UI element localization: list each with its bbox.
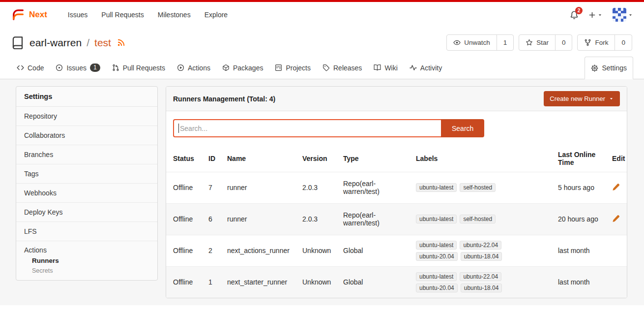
- star-icon: [526, 39, 533, 46]
- tab-wiki[interactable]: Wiki: [368, 57, 403, 79]
- tab-projects[interactable]: Projects: [269, 57, 317, 79]
- repo-separator: /: [87, 37, 89, 49]
- label-chip: ubuntu-latest: [416, 272, 457, 281]
- tab-actions-label: Actions: [188, 64, 210, 72]
- runner-id: 1: [205, 266, 224, 298]
- search-input[interactable]: [173, 119, 441, 137]
- package-icon: [222, 64, 230, 71]
- tab-activity[interactable]: Activity: [404, 57, 448, 79]
- sidebar-item-deploy-keys[interactable]: Deploy Keys: [16, 203, 157, 222]
- home-link[interactable]: Next: [11, 7, 47, 22]
- tab-issues-label: Issues: [66, 64, 86, 72]
- tab-projects-label: Projects: [286, 64, 311, 72]
- edit-runner-icon[interactable]: [612, 183, 620, 191]
- nav-item-explore[interactable]: Explore: [198, 11, 234, 19]
- search-button[interactable]: Search: [441, 119, 484, 137]
- runner-type: Global: [340, 266, 413, 298]
- user-menu[interactable]: [613, 8, 633, 22]
- tab-settings-label: Settings: [602, 64, 627, 72]
- label-chip: ubuntu-22.04: [460, 241, 501, 250]
- tab-releases[interactable]: Releases: [317, 57, 368, 79]
- fork-button-group: Fork 0: [577, 34, 632, 51]
- sidebar-subitem-secrets[interactable]: Secrets: [24, 264, 149, 274]
- panel-title: Runners Management (Total: 4): [173, 95, 275, 103]
- page: Next Issues Pull Requests Milestones Exp…: [0, 0, 644, 317]
- table-row: Offline 7 runner 2.0.3 Repo(earl-warren/…: [166, 172, 627, 203]
- star-count[interactable]: 0: [555, 35, 572, 50]
- fork-count[interactable]: 0: [615, 35, 632, 50]
- runner-edit-cell: [609, 266, 627, 298]
- runner-last-online: last month: [555, 266, 609, 298]
- tab-pull-requests[interactable]: Pull Requests: [106, 57, 171, 79]
- edit-runner-icon[interactable]: [612, 215, 620, 222]
- tab-actions[interactable]: Actions: [171, 57, 216, 79]
- pulse-icon: [410, 64, 417, 71]
- project-icon: [275, 64, 282, 71]
- repo-name-link[interactable]: test: [94, 37, 111, 49]
- header-version: Version: [299, 145, 340, 172]
- unwatch-button[interactable]: Unwatch: [447, 35, 497, 50]
- tab-pull-requests-label: Pull Requests: [123, 64, 165, 72]
- header-labels: Labels: [413, 145, 555, 172]
- repo-header: earl-warren / test Unwatch 1 Star 0: [0, 28, 644, 57]
- fork-label: Fork: [595, 39, 608, 46]
- sidebar-group-actions: Actions Runners Secrets: [16, 241, 157, 280]
- content-inner: Settings Repository Collaborators Branch…: [0, 79, 644, 298]
- sidebar-subitem-runners[interactable]: Runners: [24, 254, 149, 264]
- pull-request-icon: [112, 64, 119, 71]
- sidebar-item-lfs[interactable]: LFS: [16, 222, 157, 241]
- panel-header: Runners Management (Total: 4) Create new…: [166, 87, 627, 111]
- label-chip: self-hosted: [460, 215, 496, 223]
- nav-item-issues[interactable]: Issues: [61, 11, 94, 19]
- runner-type: Repo(earl-warren/test): [340, 203, 413, 235]
- watch-count[interactable]: 1: [497, 35, 514, 50]
- tab-wiki-label: Wiki: [384, 64, 397, 72]
- label-chip: ubuntu-latest: [416, 183, 457, 192]
- tag-icon: [322, 64, 330, 71]
- repo-title: earl-warren / test: [12, 36, 125, 49]
- header-type: Type: [340, 145, 413, 172]
- notification-count-badge: 2: [575, 7, 583, 14]
- settings-sidebar: Settings Repository Collaborators Branch…: [16, 86, 158, 281]
- fork-icon: [584, 39, 591, 46]
- runner-version: Unknown: [299, 266, 340, 298]
- tab-packages[interactable]: Packages: [216, 57, 269, 79]
- runner-edit-cell: [609, 235, 627, 266]
- tab-issues[interactable]: Issues 1: [50, 57, 106, 79]
- rss-feed-icon[interactable]: [117, 38, 125, 47]
- label-chip: ubuntu-latest: [416, 215, 457, 223]
- book-icon: [374, 64, 381, 71]
- create-new-dropdown[interactable]: [588, 11, 603, 19]
- label-chip: ubuntu-18.04: [461, 284, 502, 292]
- tab-releases-label: Releases: [333, 64, 362, 72]
- chevron-down-icon: [597, 12, 603, 18]
- header-last-online: Last Online Time: [555, 145, 609, 172]
- sidebar-item-actions[interactable]: Actions: [24, 246, 149, 254]
- star-button[interactable]: Star: [519, 35, 555, 50]
- sidebar-item-repository[interactable]: Repository: [16, 107, 157, 126]
- sidebar-item-tags[interactable]: Tags: [16, 164, 157, 184]
- runner-labels: ubuntu-latest ubuntu-22.04 ubuntu-20.04 …: [413, 266, 555, 298]
- runner-edit-cell: [609, 203, 627, 235]
- runner-id: 6: [205, 203, 224, 235]
- label-chip: self-hosted: [460, 183, 496, 192]
- runner-name: next_starter_runner: [224, 266, 299, 298]
- runner-status: Offline: [166, 172, 205, 203]
- search-row: Search: [173, 119, 620, 137]
- issues-count-badge: 1: [90, 63, 100, 72]
- tab-code[interactable]: Code: [11, 57, 50, 79]
- repo-owner-link[interactable]: earl-warren: [29, 37, 82, 49]
- eye-icon: [453, 39, 461, 46]
- plus-icon: [588, 11, 596, 19]
- sidebar-item-collaborators[interactable]: Collaborators: [16, 126, 157, 145]
- sidebar-item-branches[interactable]: Branches: [16, 145, 157, 164]
- nav-item-milestones[interactable]: Milestones: [151, 11, 198, 19]
- notifications-button[interactable]: 2: [570, 10, 579, 19]
- tab-settings[interactable]: Settings: [585, 57, 633, 79]
- create-new-runner-button[interactable]: Create new Runner: [544, 91, 620, 106]
- header-status: Status: [166, 145, 205, 172]
- nav-item-pull-requests[interactable]: Pull Requests: [94, 11, 150, 19]
- sidebar-item-webhooks[interactable]: Webhooks: [16, 184, 157, 203]
- fork-button[interactable]: Fork: [578, 35, 615, 50]
- table-row: Offline 6 runner 2.0.3 Repo(earl-warren/…: [166, 203, 627, 235]
